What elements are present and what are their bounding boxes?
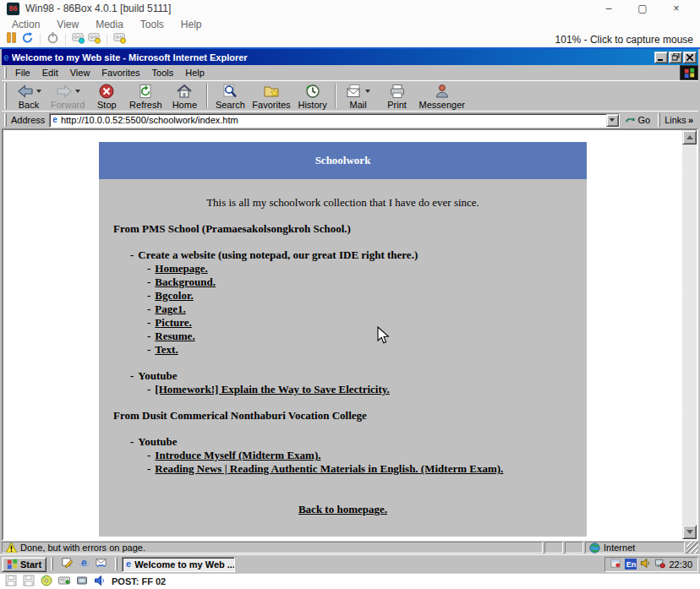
floppy-a-icon[interactable] <box>5 575 17 588</box>
ie-titlebar[interactable]: e Welcome to my Web site - Microsoft Int… <box>2 49 698 65</box>
list-dash: - <box>130 369 134 382</box>
pause-icon[interactable] <box>5 31 18 47</box>
ie-toolbar-button-refresh[interactable]: Refresh <box>126 82 165 111</box>
start-button[interactable]: Start <box>2 557 46 572</box>
ie-restore-button[interactable] <box>669 52 682 63</box>
cassette-yellow-icon[interactable] <box>88 31 101 47</box>
back-to-homepage-link[interactable]: Back to homepage. <box>298 503 387 515</box>
tray-language-indicator[interactable]: En <box>625 559 637 570</box>
internet-explorer-icon[interactable]: e <box>78 556 90 572</box>
ie-toolbar-button-mail[interactable]: Mail <box>339 82 378 111</box>
resize-grip[interactable] <box>686 542 698 554</box>
scroll-down-button[interactable] <box>682 525 697 539</box>
links-grip[interactable] <box>658 113 660 127</box>
page-link[interactable]: Background. <box>155 275 216 288</box>
host-menu-tools[interactable]: Tools <box>132 19 172 30</box>
address-input[interactable]: e http://10.0.0.52:5500/schoolwork/index… <box>49 113 619 128</box>
host-menu-action[interactable]: Action <box>3 19 48 30</box>
tray-device-icon[interactable] <box>654 558 665 570</box>
host-menu-view[interactable]: View <box>48 19 87 30</box>
list-dash: - <box>147 383 150 395</box>
harddisk-icon[interactable] <box>58 575 70 588</box>
page-link[interactable]: Homepage. <box>155 262 207 275</box>
vertical-scrollbar[interactable] <box>682 130 697 539</box>
list-dash: - <box>147 316 150 329</box>
dropdown-arrow-icon[interactable] <box>36 90 41 93</box>
host-menubar: ActionViewMediaToolsHelp <box>0 17 700 31</box>
list-dash: - <box>147 330 150 342</box>
ie-toolbar-button-back[interactable]: Back <box>9 82 48 111</box>
floppy-b-icon[interactable] <box>23 575 35 588</box>
page-text: Create a website (using notepad, our gre… <box>138 248 418 261</box>
dropdown-arrow-icon[interactable] <box>365 90 370 93</box>
ie-minimize-button[interactable] <box>654 52 668 63</box>
host-minimize-button[interactable]: – <box>592 0 626 17</box>
list-dash: - <box>130 248 134 261</box>
ie-throbber-logo <box>680 65 698 80</box>
ie-toolbar-button-print[interactable]: Print <box>378 82 417 111</box>
sound-icon[interactable] <box>94 575 106 588</box>
page-link[interactable]: [Homework!] Explain the Way to Save Elec… <box>155 383 389 395</box>
ie-toolbar-button-favorites[interactable]: Favorites <box>249 82 293 111</box>
ie-menu-edit[interactable]: Edit <box>36 67 64 79</box>
hard-reset-icon[interactable] <box>21 31 34 47</box>
toolbar-button-label: Search <box>216 100 245 110</box>
warning-icon <box>6 543 17 553</box>
list-dash: - <box>147 275 150 288</box>
capture-mouse-status[interactable]: 101% - Click to capture mouse <box>555 34 695 46</box>
ie-menu-favorites[interactable]: Favorites <box>96 67 145 79</box>
cassette-cyan-icon[interactable] <box>72 31 85 47</box>
address-value[interactable]: http://10.0.0.52:5500/schoolwork/index.h… <box>61 115 603 125</box>
outlook-express-icon[interactable] <box>95 556 107 572</box>
scroll-up-button[interactable] <box>682 130 697 145</box>
page-link[interactable]: Introduce Myself (Midterm Exam). <box>155 449 320 461</box>
ie-toolbar: BackForwardStopRefreshHomeSearchFavorite… <box>2 80 698 111</box>
addressbar-grip[interactable] <box>4 113 7 127</box>
ie-menubar: FileEditViewFavoritesToolsHelp <box>2 65 698 80</box>
device-icon[interactable] <box>76 575 88 588</box>
ie-toolbar-button-home[interactable]: Home <box>165 82 204 111</box>
ie-menu-help[interactable]: Help <box>179 67 211 79</box>
toolbar-button-label: Forward <box>51 100 85 110</box>
list-dash: - <box>147 262 150 275</box>
toolbar-separator <box>206 84 208 108</box>
toolbar-separator <box>335 84 336 108</box>
tray-clock[interactable]: 22:30 <box>669 559 692 570</box>
tray-volume-icon[interactable] <box>640 558 651 570</box>
cdrom-icon[interactable] <box>41 575 52 588</box>
ie-close-button[interactable] <box>683 52 697 63</box>
ie-toolbar-button-stop[interactable]: Stop <box>87 82 126 111</box>
page-block-link: -[Homework!] Explain the Way to Save Ele… <box>147 383 587 396</box>
tray-scheduler-icon[interactable] <box>610 558 621 570</box>
cassette-settings-icon[interactable] <box>113 31 126 47</box>
menubar-grip[interactable] <box>4 67 7 79</box>
page-link[interactable]: Reading News | Reading Authentic Materia… <box>155 462 503 475</box>
ie-toolbar-button-history[interactable]: History <box>293 82 332 111</box>
show-desktop-icon[interactable] <box>61 556 74 572</box>
host-menu-help[interactable]: Help <box>172 19 211 30</box>
host-close-button[interactable]: × <box>659 0 693 17</box>
page-link[interactable]: Page1. <box>155 303 185 315</box>
page-link[interactable]: Resume. <box>155 330 194 342</box>
host-maximize-button[interactable]: ▢ <box>626 0 659 17</box>
task-button-ie[interactable]: e Welcome to my Web ... <box>122 557 235 572</box>
ie-menu-tools[interactable]: Tools <box>146 67 180 79</box>
ie-toolbar-button-search[interactable]: Search <box>211 82 249 111</box>
host-menu-media[interactable]: Media <box>87 19 132 30</box>
power-icon[interactable] <box>46 31 59 47</box>
quicklaunch-grip[interactable] <box>51 558 53 570</box>
go-button[interactable]: Go <box>620 115 656 126</box>
toolbar-grip[interactable] <box>4 83 7 109</box>
links-toolbar[interactable]: Links » <box>663 115 697 125</box>
page-link[interactable]: Picture. <box>155 316 191 329</box>
ie-menu-view[interactable]: View <box>64 67 96 79</box>
dropdown-arrow-icon[interactable] <box>75 90 80 93</box>
ie-menu-file[interactable]: File <box>9 67 36 79</box>
address-dropdown-button[interactable] <box>606 114 619 127</box>
page-link[interactable]: Bgcolor. <box>155 289 193 302</box>
ie-toolbar-button-messenger[interactable]: Messenger <box>417 82 468 111</box>
toolbar-button-label: Favorites <box>252 100 290 110</box>
status-text: Done, but with errors on page. <box>20 543 145 553</box>
page-link[interactable]: Text. <box>155 343 178 356</box>
tasks-grip[interactable] <box>115 558 118 570</box>
